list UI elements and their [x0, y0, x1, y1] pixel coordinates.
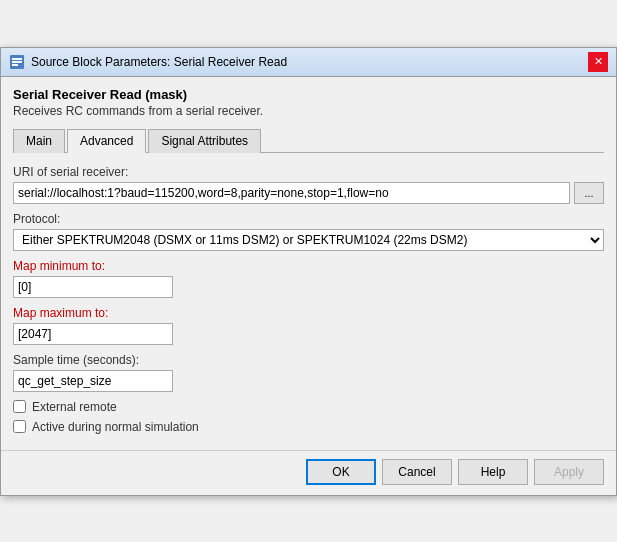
svg-rect-3 [12, 64, 18, 66]
tab-signal-attributes[interactable]: Signal Attributes [148, 129, 261, 153]
sample-time-input[interactable] [13, 370, 173, 392]
uri-input[interactable] [13, 182, 570, 204]
main-window: Source Block Parameters: Serial Receiver… [0, 47, 617, 496]
external-remote-checkbox[interactable] [13, 400, 26, 413]
protocol-group: Protocol: Either SPEKTRUM2048 (DSMX or 1… [13, 212, 604, 251]
uri-browse-button[interactable]: ... [574, 182, 604, 204]
map-min-input[interactable] [13, 276, 173, 298]
window-icon [9, 54, 25, 70]
map-max-label: Map maximum to: [13, 306, 604, 320]
external-remote-label: External remote [32, 400, 117, 414]
sample-time-label: Sample time (seconds): [13, 353, 604, 367]
apply-button[interactable]: Apply [534, 459, 604, 485]
titlebar-left: Source Block Parameters: Serial Receiver… [9, 54, 287, 70]
map-min-group: Map minimum to: [13, 259, 604, 298]
tab-main[interactable]: Main [13, 129, 65, 153]
uri-label: URI of serial receiver: [13, 165, 604, 179]
active-simulation-checkbox[interactable] [13, 420, 26, 433]
svg-rect-1 [12, 58, 22, 60]
active-simulation-row: Active during normal simulation [13, 420, 604, 434]
titlebar: Source Block Parameters: Serial Receiver… [1, 48, 616, 77]
tab-bar: Main Advanced Signal Attributes [13, 128, 604, 153]
uri-group: URI of serial receiver: ... [13, 165, 604, 204]
sample-time-group: Sample time (seconds): [13, 353, 604, 392]
map-max-input[interactable] [13, 323, 173, 345]
block-description: Receives RC commands from a serial recei… [13, 104, 604, 118]
help-button[interactable]: Help [458, 459, 528, 485]
uri-input-row: ... [13, 182, 604, 204]
active-simulation-label: Active during normal simulation [32, 420, 199, 434]
map-max-group: Map maximum to: [13, 306, 604, 345]
external-remote-row: External remote [13, 400, 604, 414]
protocol-label: Protocol: [13, 212, 604, 226]
svg-rect-2 [12, 61, 22, 63]
tab-advanced[interactable]: Advanced [67, 129, 146, 153]
window-title: Source Block Parameters: Serial Receiver… [31, 55, 287, 69]
block-title: Serial Receiver Read (mask) [13, 87, 604, 102]
dialog-footer: OK Cancel Help Apply [1, 450, 616, 495]
close-button[interactable]: ✕ [588, 52, 608, 72]
cancel-button[interactable]: Cancel [382, 459, 452, 485]
protocol-select[interactable]: Either SPEKTRUM2048 (DSMX or 11ms DSM2) … [13, 229, 604, 251]
dialog-content: Serial Receiver Read (mask) Receives RC … [1, 77, 616, 450]
ok-button[interactable]: OK [306, 459, 376, 485]
map-min-label: Map minimum to: [13, 259, 604, 273]
